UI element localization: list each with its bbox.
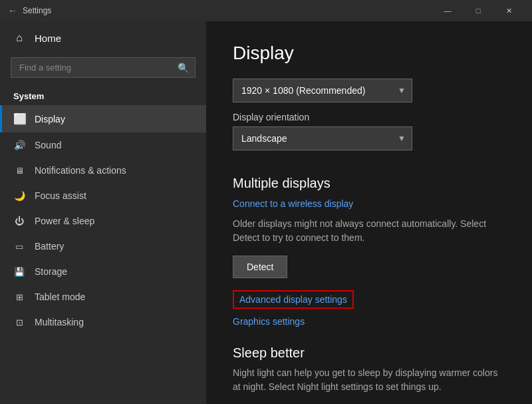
orientation-select[interactable]: LandscapePortraitLandscape (flipped)Port…: [233, 126, 412, 150]
sidebar-item-notifications[interactable]: 🖥 Notifications & actions: [0, 158, 206, 183]
minimize-button[interactable]: —: [432, 0, 463, 21]
sidebar-item-power[interactable]: ⏻ Power & sleep: [0, 208, 206, 234]
detect-button[interactable]: Detect: [233, 256, 287, 278]
orientation-label: Display orientation: [233, 112, 505, 122]
sidebar: ⌂ Home 🔍 System ⬜ Display 🔊 Sound 🖥 Noti…: [0, 21, 206, 404]
advanced-display-settings-link[interactable]: Advanced display settings: [233, 290, 354, 309]
search-input[interactable]: [11, 57, 196, 78]
sidebar-item-home[interactable]: ⌂ Home: [0, 21, 206, 55]
sidebar-home-label: Home: [35, 33, 61, 44]
sidebar-item-focus[interactable]: 🌙 Focus assist: [0, 183, 206, 208]
wireless-display-link[interactable]: Connect to a wireless display: [233, 198, 353, 209]
sidebar-item-label: Sound: [35, 140, 61, 150]
sidebar-item-sound[interactable]: 🔊 Sound: [0, 132, 206, 158]
sidebar-item-tablet[interactable]: ⊞ Tablet mode: [0, 284, 206, 309]
main-layout: ⌂ Home 🔍 System ⬜ Display 🔊 Sound 🖥 Noti…: [0, 21, 532, 404]
sleep-info-text: Night light can help you get to sleep by…: [233, 366, 505, 394]
sidebar-section-title: System: [0, 86, 206, 105]
battery-icon: ▭: [13, 242, 25, 252]
sound-icon: 🔊: [13, 140, 25, 150]
sidebar-item-battery[interactable]: ▭ Battery: [0, 234, 206, 259]
graphics-settings-link[interactable]: Graphics settings: [233, 316, 305, 327]
sidebar-item-label: Notifications & actions: [35, 165, 126, 176]
sidebar-search-container: 🔍: [11, 57, 196, 78]
sidebar-item-label: Tablet mode: [35, 292, 85, 302]
older-displays-info: Older displays might not always connect …: [233, 217, 505, 245]
display-icon: ⬜: [13, 112, 25, 125]
orientation-dropdown-wrapper: LandscapePortraitLandscape (flipped)Port…: [233, 126, 412, 150]
home-icon: ⌂: [13, 32, 25, 44]
sidebar-item-label: Focus assist: [35, 190, 86, 201]
content-area: Display 1920 × 1080 (Recommended)1680 × …: [206, 21, 532, 404]
storage-icon: 💾: [13, 267, 25, 277]
titlebar-left: ← Settings: [8, 5, 432, 16]
search-icon: 🔍: [178, 63, 189, 73]
multiple-displays-title: Multiple displays: [233, 176, 505, 191]
titlebar-title: Settings: [23, 6, 51, 15]
sidebar-item-multitasking[interactable]: ⊡ Multitasking: [0, 309, 206, 335]
sidebar-item-label: Multitasking: [35, 317, 84, 327]
sidebar-item-label: Storage: [35, 266, 67, 277]
sidebar-item-label: Battery: [35, 241, 64, 252]
sleep-section-title: Sleep better: [233, 345, 505, 361]
titlebar-controls: — □ ✕: [432, 0, 524, 21]
sidebar-item-label: Power & sleep: [35, 216, 94, 226]
maximize-button[interactable]: □: [463, 0, 493, 21]
close-button[interactable]: ✕: [493, 0, 524, 21]
sidebar-item-display[interactable]: ⬜ Display: [0, 105, 206, 132]
page-title: Display: [233, 43, 505, 64]
resolution-dropdown-wrapper: 1920 × 1080 (Recommended)1680 × 10501440…: [233, 79, 412, 102]
power-icon: ⏻: [13, 216, 25, 226]
notifications-icon: 🖥: [13, 166, 25, 176]
titlebar: ← Settings — □ ✕: [0, 0, 532, 21]
focus-icon: 🌙: [13, 190, 25, 201]
resolution-select[interactable]: 1920 × 1080 (Recommended)1680 × 10501440…: [233, 79, 412, 102]
tablet-icon: ⊞: [13, 292, 25, 302]
sidebar-item-label: Display: [35, 114, 65, 124]
back-icon[interactable]: ←: [8, 5, 17, 16]
multitasking-icon: ⊡: [13, 317, 25, 327]
sidebar-item-storage[interactable]: 💾 Storage: [0, 259, 206, 284]
